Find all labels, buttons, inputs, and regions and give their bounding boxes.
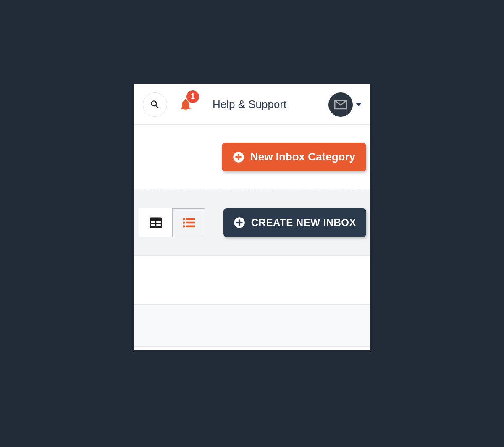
mail-icon	[334, 100, 347, 110]
list-view-button[interactable]	[172, 208, 205, 237]
svg-rect-17	[236, 221, 242, 223]
svg-point-13	[183, 225, 185, 227]
content-row	[134, 347, 370, 350]
avatar	[328, 92, 353, 117]
content-row	[134, 256, 370, 305]
plus-circle-icon	[234, 217, 245, 229]
new-inbox-category-button[interactable]: New Inbox Category	[222, 143, 366, 171]
grid-icon	[150, 217, 162, 228]
button-label: CREATE NEW INBOX	[251, 217, 356, 229]
grid-view-button[interactable]	[139, 208, 172, 237]
svg-rect-14	[186, 225, 195, 227]
category-action-row: New Inbox Category	[134, 125, 370, 189]
svg-rect-6	[156, 221, 161, 223]
list-icon	[182, 217, 195, 228]
svg-rect-7	[151, 224, 155, 226]
content-row	[134, 305, 370, 347]
app-panel: 1 Help & Support New Inbox Category	[134, 84, 370, 350]
notification-badge: 1	[186, 90, 199, 103]
button-label: New Inbox Category	[250, 150, 355, 163]
svg-rect-10	[186, 218, 195, 220]
user-menu[interactable]	[328, 92, 362, 117]
svg-point-11	[183, 221, 185, 224]
svg-rect-12	[186, 221, 195, 224]
create-new-inbox-button[interactable]: CREATE NEW INBOX	[223, 208, 366, 237]
plus-circle-icon	[233, 151, 244, 163]
header-bar: 1 Help & Support	[134, 84, 370, 125]
svg-rect-5	[151, 221, 155, 223]
toolbar-row: CREATE NEW INBOX	[134, 189, 370, 256]
svg-rect-3	[235, 156, 242, 158]
search-button[interactable]	[143, 92, 167, 117]
view-toggle	[139, 208, 205, 237]
svg-rect-8	[156, 224, 161, 226]
notifications-button[interactable]: 1	[176, 95, 195, 114]
help-support-link[interactable]: Help & Support	[213, 98, 286, 111]
caret-down-icon	[355, 103, 362, 106]
search-icon	[150, 99, 160, 110]
svg-point-9	[183, 218, 185, 220]
